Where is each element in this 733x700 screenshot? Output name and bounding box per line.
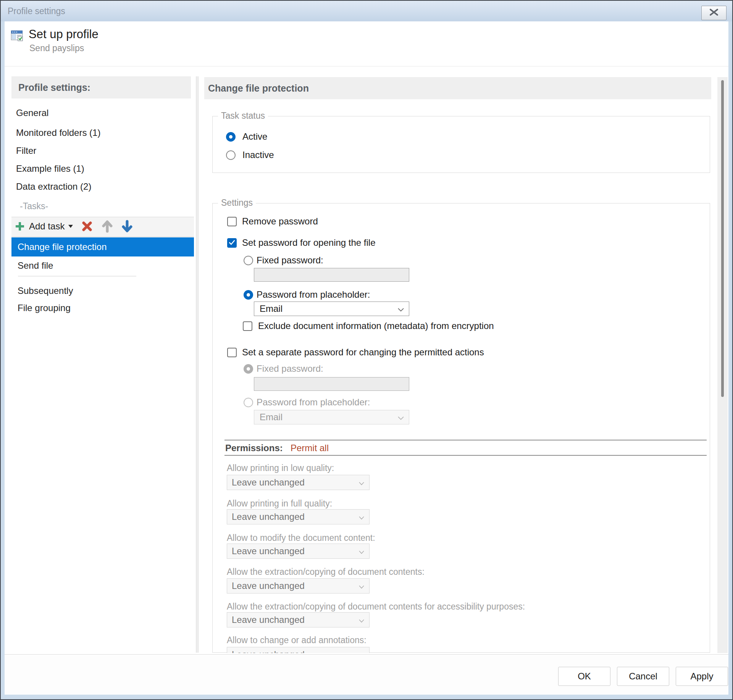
sidebar-item-subsequently[interactable]: Subsequently: [18, 285, 73, 297]
exclude-metadata-label: Exclude document information (metadata) …: [258, 320, 494, 332]
perm-label-print-low: Allow printing in low quality:: [227, 462, 334, 474]
chevron-down-icon: [397, 412, 404, 423]
scrollbar-thumb[interactable]: [721, 80, 724, 397]
set-password-label: Set password for opening the file: [242, 237, 376, 248]
placeholder-select[interactable]: Email: [254, 302, 409, 316]
password-from-placeholder-label: Password from placeholder:: [257, 289, 370, 300]
task-status-legend: Task status: [218, 111, 268, 121]
perm-select-annotations: Leave unchanged: [227, 647, 370, 653]
sidebar-title: Profile settings:: [11, 76, 191, 98]
tasks-toolbar: Add task: [11, 217, 194, 237]
chevron-down-icon: [358, 546, 365, 556]
add-task-button[interactable]: Add task: [15, 221, 73, 233]
perm-select-print-full: Leave unchanged: [227, 509, 370, 524]
placeholder2-select-value: Email: [260, 412, 283, 423]
chevron-down-icon: [358, 511, 365, 522]
inactive-label: Inactive: [242, 149, 274, 161]
header-divider: [5, 66, 728, 66]
separate-password-checkbox[interactable]: [227, 348, 237, 357]
chevron-down-icon: [68, 225, 73, 228]
password-from-placeholder2-radio: [244, 398, 253, 407]
perm-select-value: Leave unchanged: [232, 615, 305, 625]
cancel-button[interactable]: Cancel: [617, 667, 669, 686]
task-item-change-file-protection[interactable]: Change file protection: [11, 237, 194, 256]
apply-button[interactable]: Apply: [676, 667, 728, 686]
set-password-checkbox[interactable]: [227, 238, 237, 248]
perm-select-value: Leave unchanged: [232, 581, 305, 591]
perm-select-value: Leave unchanged: [232, 649, 305, 653]
close-icon: [709, 9, 718, 17]
inactive-radio[interactable]: [226, 150, 236, 160]
window-title: Profile settings: [8, 6, 65, 16]
check-icon: [229, 240, 235, 247]
sidebar-separator: [196, 76, 199, 653]
exclude-metadata-checkbox[interactable]: [243, 321, 252, 331]
arrow-down-icon: [121, 220, 133, 234]
sidebar-item-monitored-folders[interactable]: Monitored folders (1): [16, 127, 100, 139]
perm-label-extract-accessibility: Allow the extraction/copying of document…: [227, 601, 525, 612]
settings-legend: Settings: [218, 198, 256, 208]
permit-all-link[interactable]: Permit all: [291, 443, 329, 453]
profile-wizard-icon: [11, 29, 24, 42]
perm-select-print-low: Leave unchanged: [227, 475, 370, 490]
perm-select-extract-accessibility: Leave unchanged: [227, 612, 370, 627]
permissions-divider-bottom: [224, 455, 707, 456]
fixed-password-label: Fixed password:: [257, 255, 323, 266]
perm-select-value: Leave unchanged: [232, 511, 305, 522]
close-button[interactable]: [701, 6, 727, 20]
task-status-group: Task status: [212, 116, 710, 173]
settings-scroll-area: Change file protection Task status Activ…: [199, 69, 729, 653]
chevron-down-icon: [358, 615, 365, 625]
perm-select-extract: Leave unchanged: [227, 578, 370, 594]
perm-select-value: Leave unchanged: [232, 546, 305, 556]
fixed-password2-radio: [244, 364, 253, 374]
chevron-down-icon: [397, 303, 404, 314]
sidebar-item-filter[interactable]: Filter: [16, 145, 36, 156]
page-subtitle: Send payslips: [29, 43, 84, 53]
plus-icon: [15, 221, 25, 233]
placeholder-select-value: Email: [260, 303, 283, 314]
fixed-password-radio[interactable]: [244, 256, 253, 265]
task-page-title: Change file protection: [204, 77, 711, 99]
fixed-password2-input: [254, 377, 409, 391]
perm-label-modify: Allow to modify the document content:: [227, 532, 375, 544]
sidebar-item-file-grouping[interactable]: File grouping: [18, 302, 71, 314]
delete-task-button[interactable]: [81, 221, 93, 234]
sidebar-item-general[interactable]: General: [16, 107, 48, 119]
arrow-up-icon: [101, 220, 113, 234]
sidebar-item-example-files[interactable]: Example files (1): [16, 163, 84, 174]
perm-label-print-full: Allow printing in full quality:: [227, 498, 332, 509]
active-label: Active: [242, 131, 267, 142]
password-from-placeholder2-label: Password from placeholder:: [257, 397, 370, 408]
remove-password-label: Remove password: [242, 216, 318, 227]
placeholder2-select: Email: [254, 410, 409, 424]
remove-password-checkbox[interactable]: [227, 217, 237, 226]
permissions-divider-top: [224, 440, 707, 440]
chevron-down-icon: [358, 649, 365, 653]
password-from-placeholder-radio[interactable]: [244, 290, 253, 300]
chevron-down-icon: [358, 477, 365, 488]
perm-label-annotations: Allow to change or add annotations:: [227, 634, 366, 646]
title-bar: Profile settings: [1, 1, 732, 21]
fixed-password2-label: Fixed password:: [257, 363, 323, 374]
task-item-send-file[interactable]: Send file: [18, 260, 53, 271]
page-title: Set up profile: [29, 27, 98, 41]
perm-select-modify: Leave unchanged: [227, 544, 370, 559]
move-task-up-button[interactable]: [101, 220, 113, 234]
chevron-down-icon: [358, 581, 365, 591]
active-radio[interactable]: [226, 132, 236, 142]
perm-label-extract: Allow the extraction/copying of document…: [227, 566, 425, 577]
perm-select-value: Leave unchanged: [232, 477, 305, 488]
delete-icon: [81, 221, 93, 234]
move-task-down-button[interactable]: [121, 220, 133, 234]
fixed-password-input: [254, 268, 409, 282]
permissions-title: Permissions:: [225, 443, 283, 453]
tasks-divider: [18, 276, 136, 276]
sidebar-item-data-extraction[interactable]: Data extraction (2): [16, 181, 91, 192]
add-task-label: Add task: [29, 221, 65, 233]
tasks-section-label: -Tasks-: [20, 201, 48, 211]
separate-password-label: Set a separate password for changing the…: [242, 347, 484, 358]
ok-button[interactable]: OK: [558, 667, 610, 686]
